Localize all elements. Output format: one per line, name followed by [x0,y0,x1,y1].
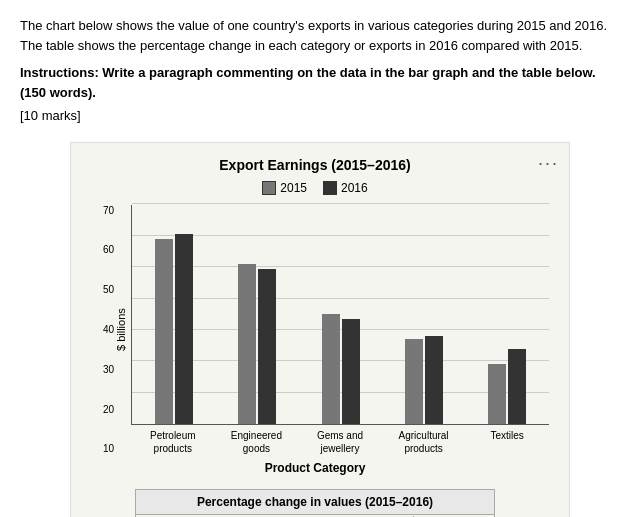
bar-agricultural-2015 [405,339,423,424]
legend-item-2015: 2015 [262,181,307,195]
bar-petroleum-2015 [155,239,173,424]
bar-group-textiles [466,349,549,424]
bar-petroleum-2016 [175,234,193,424]
bar-agricultural-2016 [425,336,443,424]
x-label-engineered: Engineeredgoods [215,429,299,455]
bar-group-petroleum [132,234,215,424]
x-label-gems: Gems andjewellery [298,429,382,455]
bar-engineered-2016 [258,269,276,424]
bar-group-agricultural [382,336,465,424]
y-tick-40: 40 [103,324,114,335]
legend-box-2015 [262,181,276,195]
grid-line-70 [132,203,549,204]
y-tick-10: 10 [103,443,114,454]
description-text: The chart below shows the value of one c… [20,16,620,55]
bar-textiles-2016 [508,349,526,424]
bar-group-engineered [215,264,298,424]
chart-legend: 2015 2016 [81,181,549,195]
bar-gems-2016 [342,319,360,424]
x-axis-labels: Petroleumproducts Engineeredgoods Gems a… [131,429,549,455]
y-tick-60: 60 [103,244,114,255]
y-tick-50: 50 [103,284,114,295]
x-label-agricultural: Agriculturalproducts [382,429,466,455]
legend-label-2016: 2016 [341,181,368,195]
chart-title: Export Earnings (2015–2016) [81,157,549,173]
chart-section: ··· Export Earnings (2015–2016) 2015 201… [20,142,620,518]
bar-engineered-2015 [238,264,256,424]
bar-textiles-2015 [488,364,506,424]
percentage-table: Percentage change in values (2015–2016) … [135,489,495,518]
y-tick-70: 70 [103,205,114,216]
x-axis-title: Product Category [81,461,549,475]
bars-area [131,205,549,425]
legend-label-2015: 2015 [280,181,307,195]
legend-item-2016: 2016 [323,181,368,195]
marks-text: [10 marks] [20,106,620,126]
x-label-textiles: Textiles [465,429,549,455]
y-axis-ticks: 70 60 50 40 30 20 10 [103,205,114,455]
bar-gems-2015 [322,314,340,424]
x-label-petroleum: Petroleumproducts [131,429,215,455]
bar-group-gems [299,314,382,424]
y-tick-20: 20 [103,404,114,415]
table-header: Percentage change in values (2015–2016) [136,490,494,515]
legend-box-2016 [323,181,337,195]
instructions-text: Instructions: Write a paragraph commenti… [20,63,620,102]
more-options-icon[interactable]: ··· [538,153,559,174]
chart-container: ··· Export Earnings (2015–2016) 2015 201… [70,142,570,518]
y-tick-30: 30 [103,364,114,375]
